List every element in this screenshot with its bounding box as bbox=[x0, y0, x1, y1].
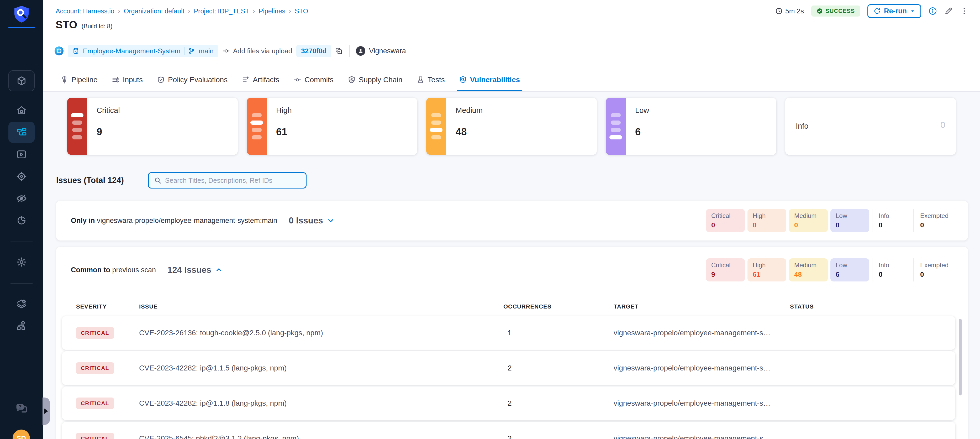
severity-card-info[interactable]: Info 0 bbox=[785, 98, 956, 155]
issue-title: CVE-2023-26136: tough-cookie@2.5.0 (lang… bbox=[139, 329, 503, 337]
severity-card-high[interactable]: High 61 bbox=[247, 98, 417, 155]
sto-shield-logo-icon[interactable] bbox=[14, 6, 29, 22]
issues-search-box[interactable] bbox=[148, 172, 307, 188]
breadcrumb-account[interactable]: Account: Harness.io bbox=[56, 7, 115, 15]
issues-search-input[interactable] bbox=[165, 176, 296, 185]
pill-label: Low bbox=[836, 262, 864, 269]
pill-value: 0 bbox=[920, 221, 947, 229]
breadcrumb-separator: › bbox=[118, 7, 120, 15]
breadcrumb-project[interactable]: Project: IDP_TEST bbox=[194, 7, 249, 15]
breadcrumb-organization[interactable]: Organization: default bbox=[124, 7, 185, 15]
commit-sha-link[interactable]: 3270f0d bbox=[296, 45, 331, 57]
policy-icon bbox=[157, 76, 165, 84]
repo-name[interactable]: Employee-Management-System bbox=[83, 47, 180, 55]
sidebar-item-pipelines[interactable] bbox=[8, 122, 35, 143]
tab-inputs[interactable]: Inputs bbox=[112, 68, 143, 91]
sidebar-item-default-settings[interactable] bbox=[8, 293, 35, 314]
table-scrollbar-thumb[interactable] bbox=[959, 319, 962, 396]
repo-branch-pill[interactable]: Employee-Management-System main bbox=[68, 45, 218, 57]
app-window: SD Account: Harness.io› Organization: de… bbox=[0, 0, 980, 439]
edit-pipeline-icon[interactable] bbox=[944, 7, 953, 15]
severity-card-value: 48 bbox=[456, 126, 483, 137]
column-occurrences: OCCURRENCES bbox=[503, 303, 614, 310]
sidebar-item-get-started[interactable] bbox=[8, 210, 35, 231]
help-chat-button[interactable] bbox=[15, 402, 29, 414]
column-status: STATUS bbox=[790, 303, 952, 310]
severity-badge: CRITICAL bbox=[76, 397, 114, 409]
count-pill-medium: Medium 0 bbox=[789, 209, 828, 232]
tab-vulnerabilities[interactable]: Vulnerabilities bbox=[459, 68, 520, 91]
severity-bar-icon bbox=[426, 98, 446, 155]
severity-summary-cards: Critical 9 High 61 Medium 48 Low 6 Info … bbox=[67, 98, 956, 155]
artifacts-icon bbox=[242, 76, 250, 84]
pill-label: High bbox=[753, 262, 781, 269]
severity-card-medium[interactable]: Medium 48 bbox=[426, 98, 597, 155]
sidebar-item-exemptions[interactable] bbox=[8, 188, 35, 209]
left-nav-sidebar: SD bbox=[0, 0, 43, 439]
caret-down-icon bbox=[910, 8, 915, 14]
tab-label: Tests bbox=[428, 76, 445, 84]
group-toggle[interactable]: 0 Issues bbox=[289, 216, 334, 225]
rerun-button[interactable]: Re-run bbox=[867, 4, 921, 18]
branch-icon bbox=[188, 48, 195, 54]
sidebar-item-settings[interactable] bbox=[8, 252, 35, 273]
pipeline-flow-icon bbox=[16, 127, 27, 137]
column-target: TARGET bbox=[614, 303, 790, 310]
more-options-icon[interactable] bbox=[960, 7, 969, 15]
tab-label: Artifacts bbox=[253, 76, 279, 84]
layers-gear-icon bbox=[16, 298, 27, 309]
tab-artifacts[interactable]: Artifacts bbox=[242, 68, 279, 91]
tests-icon bbox=[417, 76, 425, 84]
issue-table-row[interactable]: CRITICAL CVE-2025-6545: pbkdf2@3.1.2 (la… bbox=[62, 421, 955, 439]
severity-count-strip: Critical 0 High 0 Medium 0 Low 0 Info 0 … bbox=[706, 209, 952, 232]
breadcrumb-pipelines[interactable]: Pipelines bbox=[259, 7, 285, 15]
branch-name[interactable]: main bbox=[199, 47, 213, 55]
tab-label: Inputs bbox=[123, 76, 143, 84]
tab-pipeline[interactable]: Pipeline bbox=[60, 68, 98, 91]
issue-title: CVE-2023-42282: ip@1.1.5 (lang-pkgs, npm… bbox=[139, 364, 503, 372]
page-title: STO bbox=[56, 19, 78, 31]
severity-badge: CRITICAL bbox=[76, 362, 114, 374]
commits-icon bbox=[293, 76, 301, 84]
clock-icon bbox=[775, 7, 783, 15]
tab-tests[interactable]: Tests bbox=[417, 68, 445, 91]
group-toggle[interactable]: 124 Issues bbox=[167, 265, 222, 275]
issue-target: vigneswara-propelo/employee-management-s… bbox=[614, 329, 790, 337]
sidebar-expand-handle[interactable] bbox=[43, 397, 50, 425]
sidebar-item-executions[interactable] bbox=[8, 144, 35, 165]
issue-table-row[interactable]: CRITICAL CVE-2023-42282: ip@1.1.8 (lang-… bbox=[62, 386, 955, 420]
issue-table-row[interactable]: CRITICAL CVE-2023-42282: ip@1.1.5 (lang-… bbox=[62, 351, 955, 385]
issue-title: CVE-2023-42282: ip@1.1.8 (lang-pkgs, npm… bbox=[139, 399, 503, 407]
sidebar-item-targets[interactable] bbox=[8, 166, 35, 187]
tab-policy-evaluations[interactable]: Policy Evaluations bbox=[157, 68, 228, 91]
nav-divider bbox=[11, 283, 33, 284]
sidebar-item-home[interactable] bbox=[8, 100, 35, 121]
chevron-down-icon bbox=[327, 217, 334, 224]
group-scope-label: Only in vigneswara-propelo/employee-mana… bbox=[71, 217, 277, 225]
severity-count-strip: Critical 9 High 61 Medium 48 Low 6 Info … bbox=[706, 259, 952, 281]
breadcrumb-current[interactable]: STO bbox=[295, 7, 308, 15]
pill-divider bbox=[184, 47, 185, 55]
severity-card-critical[interactable]: Critical 9 bbox=[67, 98, 238, 155]
commit-message: Add files via upload bbox=[223, 47, 292, 55]
user-avatar[interactable]: SD bbox=[13, 429, 30, 439]
issue-occurrences: 2 bbox=[503, 364, 614, 372]
tab-commits[interactable]: Commits bbox=[293, 68, 333, 91]
severity-bar-icon bbox=[606, 98, 626, 155]
severity-card-label: Medium bbox=[456, 106, 483, 115]
sidebar-item-module-switcher[interactable] bbox=[8, 70, 35, 91]
pill-value: 48 bbox=[794, 270, 822, 279]
vulnerabilities-content: Critical 9 High 61 Medium 48 Low 6 Info … bbox=[43, 93, 980, 439]
execution-info-icon[interactable] bbox=[929, 7, 937, 15]
code-repo-provider-icon bbox=[54, 46, 64, 56]
sidebar-item-resources-settings[interactable] bbox=[8, 315, 35, 336]
count-pill-info: Info 0 bbox=[872, 209, 911, 232]
pill-value: 61 bbox=[753, 270, 781, 279]
severity-card-low[interactable]: Low 6 bbox=[606, 98, 776, 155]
tab-supply-chain[interactable]: Supply Chain bbox=[348, 68, 402, 91]
home-icon bbox=[16, 105, 27, 115]
copy-sha-icon[interactable] bbox=[336, 47, 343, 54]
count-pill-critical: Critical 9 bbox=[706, 259, 745, 281]
issue-table-row[interactable]: CRITICAL CVE-2023-26136: tough-cookie@2.… bbox=[62, 316, 955, 350]
pill-label: Low bbox=[836, 212, 864, 219]
